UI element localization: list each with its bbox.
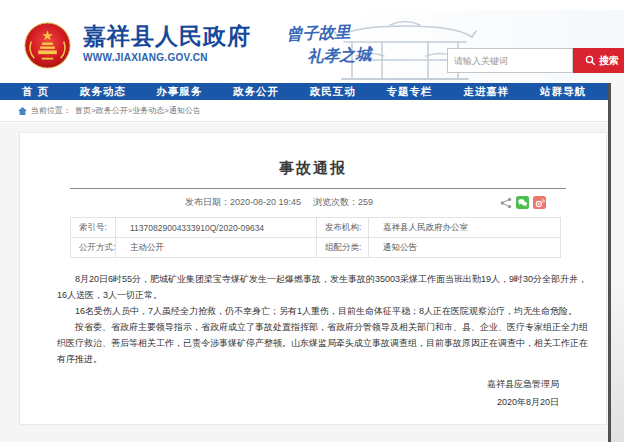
main-nav: 首 页 政务动态 办事服务 政务公开 政民互动 专题专栏 走进嘉祥 站群导航 [0, 83, 608, 100]
breadcrumb-bar: 当前位置： 首页>政务公开>业务动态>通知公告 [0, 100, 608, 122]
article-meta-table: 索引号: 11370829004333910Q/2020-09634 发布机构:… [70, 217, 561, 258]
nav-item-services[interactable]: 办事服务 [156, 85, 202, 99]
publish-date-label: 发布日期： [185, 197, 230, 207]
nav-item-about-jiaxiang[interactable]: 走进嘉祥 [463, 85, 509, 99]
signature-agency: 嘉祥县应急管理局 [20, 375, 559, 393]
breadcrumb-label: 当前位置： [31, 105, 71, 116]
view-count-label: 浏览次数： [313, 197, 358, 207]
issuing-agency-value: 嘉祥县人民政府办公室 [369, 218, 561, 238]
nav-item-gov-news[interactable]: 政务动态 [80, 85, 126, 99]
view-count: 浏览次数：259 [313, 196, 373, 209]
slogan-line-2: 礼孝之城 [307, 46, 372, 65]
article-card: 事故通报 发布日期：2020-08-20 19:45 浏览次数：259 [19, 132, 607, 425]
site-title-block: 嘉祥县人民政府 WWW.JIAXIANG.GOV.CN [83, 23, 251, 63]
weibo-icon [533, 196, 546, 209]
search-button[interactable]: 搜索 [573, 48, 624, 73]
site-header: 嘉祥县人民政府 WWW.JIAXIANG.GOV.CN 曾子故里 礼孝之城 [0, 10, 624, 83]
nav-item-site-navigation[interactable]: 站群导航 [540, 85, 586, 99]
category-value: 通知公告 [369, 238, 561, 258]
slogan-line-1: 曾子故里 [286, 23, 371, 43]
wechat-icon [516, 196, 529, 209]
site-url: WWW.JIAXIANG.GOV.CN [83, 52, 251, 63]
search-box: 搜索 [447, 48, 624, 73]
article-paragraph: 按省委、省政府主要领导指示，省政府成立了事故处置指挥部，省政府分管领导及相关部门… [57, 319, 593, 367]
nav-item-home[interactable]: 首 页 [22, 85, 49, 99]
nav-item-public-interaction[interactable]: 政民互动 [310, 85, 356, 99]
article-body: 8月20日6时55分，肥城矿业集团梁宝寺煤矿发生一起爆燃事故，发生事故的3500… [20, 271, 606, 367]
index-number-value: 11370829004333910Q/2020-09634 [116, 218, 317, 238]
national-emblem-icon [24, 22, 71, 69]
search-icon [585, 55, 596, 66]
wechat-share-button[interactable] [516, 196, 529, 209]
site-slogan: 曾子故里 礼孝之城 [286, 23, 371, 66]
article-title: 事故通报 [20, 159, 606, 178]
share-icons-group [500, 189, 546, 216]
signature-date: 2020年8月20日 [20, 393, 559, 411]
article-paragraph: 8月20日6时55分，肥城矿业集团梁宝寺煤矿发生一起爆燃事故，发生事故的3500… [57, 271, 593, 303]
disclosure-method-value: 主动公开 [116, 238, 317, 258]
article-meta-row: 发布日期：2020-08-20 19:45 浏览次数：259 [70, 189, 566, 216]
share-button[interactable] [500, 197, 512, 209]
category-label: 组配分类: [317, 238, 369, 258]
nav-item-special-columns[interactable]: 专题专栏 [387, 85, 433, 99]
site-title[interactable]: 嘉祥县人民政府 [83, 23, 251, 49]
index-number-label: 索引号: [71, 218, 116, 238]
view-count-value: 259 [358, 197, 373, 207]
home-icon [18, 107, 27, 115]
nav-item-gov-disclosure[interactable]: 政务公开 [233, 85, 279, 99]
disclosure-method-label: 公开方式: [71, 238, 116, 258]
search-button-label: 搜索 [599, 54, 619, 68]
signature-block: 嘉祥县应急管理局 2020年8月20日 [20, 375, 606, 411]
publish-date: 发布日期：2020-08-20 19:45 [185, 196, 301, 209]
publish-date-value: 2020-08-20 19:45 [230, 197, 301, 207]
search-input[interactable] [447, 48, 573, 73]
issuing-agency-label: 发布机构: [317, 218, 369, 238]
table-row: 索引号: 11370829004333910Q/2020-09634 发布机构:… [71, 218, 561, 238]
breadcrumb[interactable]: 首页>政务公开>业务动态>通知公告 [75, 105, 201, 116]
right-gutter [611, 83, 624, 442]
table-row: 公开方式: 主动公开 组配分类: 通知公告 [71, 238, 561, 258]
content-area: 事故通报 发布日期：2020-08-20 19:45 浏览次数：259 [0, 123, 608, 442]
article-paragraph: 16名受伤人员中，7人虽经全力抢救，仍不幸身亡；另有1人重伤，目前生命体征平稳；… [57, 303, 593, 319]
share-icon [500, 197, 512, 209]
weibo-share-button[interactable] [533, 196, 546, 209]
